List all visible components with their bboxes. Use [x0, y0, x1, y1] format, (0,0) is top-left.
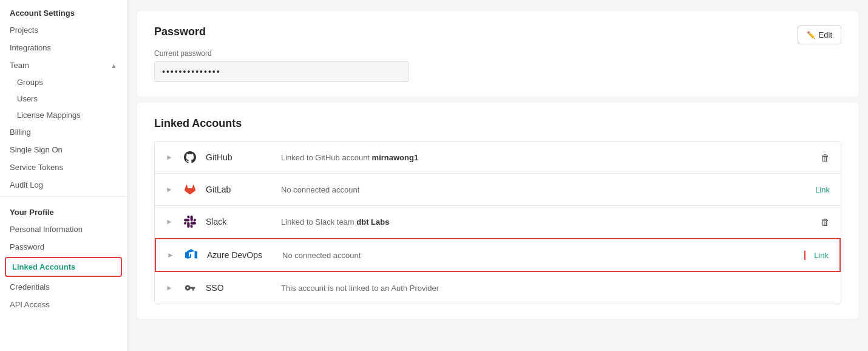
- password-section: Password ✏️ Edit Current password ••••••…: [137, 11, 858, 97]
- github-name: GitHub: [206, 152, 273, 162]
- linked-accounts-section: Linked Accounts ► GitHub Linked to GitHu…: [137, 103, 858, 319]
- slack-status: Linked to Slack team dbt Labs: [281, 217, 812, 227]
- sidebar-item-password[interactable]: Password: [0, 238, 127, 256]
- sidebar-item-billing[interactable]: Billing: [0, 123, 127, 141]
- github-icon: [183, 150, 197, 165]
- password-section-title: Password: [154, 26, 206, 38]
- sidebar-item-team[interactable]: Team ▲: [0, 56, 127, 74]
- sidebar-item-projects[interactable]: Projects: [0, 21, 127, 39]
- sidebar-item-personal-information[interactable]: Personal Information: [0, 220, 127, 238]
- github-row-chevron[interactable]: ►: [166, 153, 174, 162]
- accounts-table: ► GitHub Linked to GitHub account mirnaw…: [154, 141, 841, 304]
- azure-devops-row-chevron[interactable]: ►: [167, 251, 175, 259]
- current-password-label: Current password: [154, 49, 841, 58]
- your-profile-heading: Your Profile: [0, 199, 127, 220]
- sidebar-item-groups[interactable]: Groups: [0, 74, 127, 90]
- gitlab-row-chevron[interactable]: ►: [166, 185, 174, 194]
- sso-icon: [183, 281, 197, 295]
- sidebar-item-integrations[interactable]: Integrations: [0, 39, 127, 56]
- sidebar: Account Settings Projects Integrations T…: [0, 0, 127, 351]
- sso-status: This account is not linked to an Auth Pr…: [281, 284, 830, 293]
- account-row-gitlab: ► GitLab No connected account Link: [155, 174, 841, 206]
- sidebar-item-credentials[interactable]: Credentials: [0, 278, 127, 296]
- slack-icon: [183, 214, 197, 229]
- azure-devops-name: Azure DevOps: [207, 250, 274, 260]
- sidebar-item-linked-accounts[interactable]: Linked Accounts: [5, 257, 122, 277]
- main-content: Password ✏️ Edit Current password ••••••…: [127, 0, 868, 351]
- sso-name: SSO: [206, 283, 273, 293]
- account-row-azure-devops: ► Azure DevOps No connected account Link: [155, 238, 841, 272]
- account-row-slack: ► Slack Linked to Slack team dbt Labs 🗑: [155, 206, 841, 238]
- slack-name: Slack: [206, 217, 273, 227]
- account-row-github: ► GitHub Linked to GitHub account mirnaw…: [155, 141, 841, 174]
- password-display: ••••••••••••••: [154, 61, 409, 82]
- sidebar-divider: [0, 196, 127, 197]
- gitlab-link-button[interactable]: Link: [815, 185, 830, 194]
- account-settings-heading: Account Settings: [0, 0, 127, 21]
- team-chevron-icon: ▲: [110, 62, 117, 69]
- slack-delete-button[interactable]: 🗑: [821, 217, 830, 227]
- azure-devops-icon: [184, 248, 198, 262]
- azure-devops-link-button[interactable]: Link: [804, 251, 829, 260]
- gitlab-icon: [183, 182, 197, 197]
- edit-password-button[interactable]: ✏️ Edit: [798, 26, 841, 44]
- pencil-icon: ✏️: [807, 31, 816, 39]
- sidebar-item-api-access[interactable]: API Access: [0, 296, 127, 313]
- sidebar-item-license-mappings[interactable]: License Mappings: [0, 107, 127, 123]
- sidebar-item-users[interactable]: Users: [0, 90, 127, 107]
- linked-accounts-title: Linked Accounts: [154, 117, 841, 130]
- sidebar-item-service-tokens[interactable]: Service Tokens: [0, 158, 127, 176]
- gitlab-status: No connected account: [281, 185, 807, 194]
- sso-row-chevron[interactable]: ►: [166, 284, 174, 292]
- sidebar-item-audit-log[interactable]: Audit Log: [0, 176, 127, 194]
- github-status: Linked to GitHub account mirnawong1: [281, 153, 812, 162]
- gitlab-name: GitLab: [206, 185, 273, 194]
- account-row-sso: ► SSO This account is not linked to an A…: [155, 272, 841, 304]
- azure-devops-status: No connected account: [282, 251, 796, 260]
- sidebar-item-single-sign-on[interactable]: Single Sign On: [0, 141, 127, 158]
- slack-row-chevron[interactable]: ►: [166, 217, 174, 226]
- github-delete-button[interactable]: 🗑: [821, 152, 830, 163]
